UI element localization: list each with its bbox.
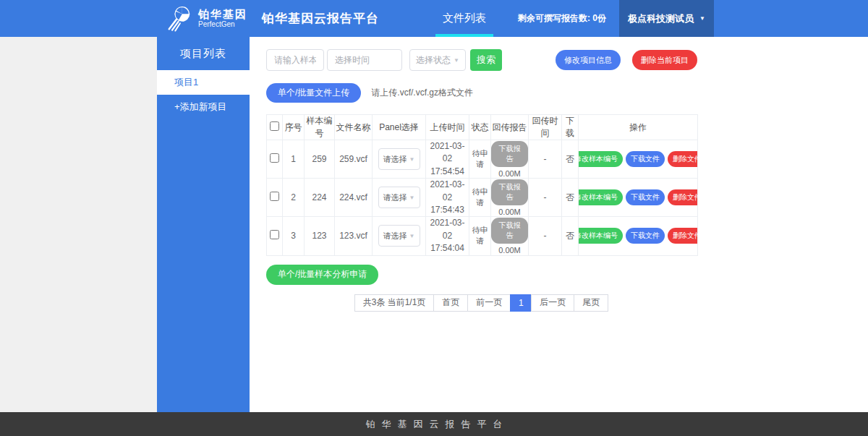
brand-logo: 铂华基因 PerfectGen xyxy=(165,4,247,33)
col-header-seq: 序号 xyxy=(283,115,305,140)
download-report-button[interactable]: 下载报告 xyxy=(491,179,528,205)
row-file-name: 224.vcf xyxy=(335,179,373,217)
row-report-cell: 下载报告 0.00M xyxy=(491,217,529,255)
delete-file-button[interactable]: 删除文件 xyxy=(668,228,698,244)
panel-select[interactable]: 请选择 ▼ xyxy=(378,187,420,208)
row-upload-time: 2021-03-02 17:54:54 xyxy=(426,140,469,179)
delete-file-button[interactable]: 删除文件 xyxy=(668,189,698,205)
delete-project-button[interactable]: 删除当前项目 xyxy=(632,50,697,70)
pagination-summary: 共3条 当前1/1页 xyxy=(354,294,435,312)
content-panel: 选择状态 ▼ 搜索 修改项目信息 删除当前项目 单个/批量文件上传 请上传.vc… xyxy=(250,37,868,412)
user-menu[interactable]: 极点科技测试员 ▼ xyxy=(619,0,714,37)
row-seq: 3 xyxy=(283,217,305,255)
col-header-status: 状态 xyxy=(469,115,491,140)
edit-sample-button[interactable]: 修改样本编号 xyxy=(579,228,624,244)
row-file-name: 123.vcf xyxy=(335,217,373,255)
chevron-down-icon: ▼ xyxy=(699,15,705,22)
footer-title: 铂华基因云报告平台 xyxy=(359,418,509,431)
chevron-down-icon: ▼ xyxy=(454,57,459,64)
delete-file-button[interactable]: 删除文件 xyxy=(668,151,698,167)
table-row: 3 123 123.vcf 请选择 ▼ 2021-03-02 17:54:04 … xyxy=(267,217,698,255)
edit-project-button[interactable]: 修改项目信息 xyxy=(556,50,621,70)
row-checkbox[interactable] xyxy=(270,192,279,201)
row-sample-no: 224 xyxy=(305,179,335,217)
download-file-button[interactable]: 下载文件 xyxy=(626,189,665,205)
download-report-button[interactable]: 下载报告 xyxy=(491,141,528,167)
logo-name-cn: 铂华基因 xyxy=(198,9,247,21)
row-upload-time: 2021-03-02 17:54:04 xyxy=(426,217,469,255)
col-header-report: 回传报告 xyxy=(491,115,529,140)
report-size: 0.00M xyxy=(491,246,528,255)
row-downloaded: 否 xyxy=(562,179,579,217)
remaining-report-count: 剩余可撰写报告数: 0份 xyxy=(518,12,606,25)
upload-format-hint: 请上传.vcf/.vcf.gz格式文件 xyxy=(371,87,473,99)
status-select-value: 选择状态 xyxy=(416,54,451,67)
sidebar-item-add-project[interactable]: +添加新项目 xyxy=(157,95,250,119)
row-status: 待申请 xyxy=(469,217,491,255)
download-file-button[interactable]: 下载文件 xyxy=(626,151,665,167)
left-gutter xyxy=(0,37,157,412)
chevron-down-icon: ▼ xyxy=(409,156,415,163)
report-size: 0.00M xyxy=(491,208,528,216)
col-header-returntime: 回传时间 xyxy=(529,115,562,140)
panel-select[interactable]: 请选择 ▼ xyxy=(378,148,420,170)
page-title: 铂华基因云报告平台 xyxy=(262,10,379,27)
col-header-uploadtime: 上传时间 xyxy=(426,115,469,140)
main-area: 项目列表 项目1 +添加新项目 选择状态 ▼ 搜索 修改项目信息 删除当前项目 xyxy=(0,37,868,412)
row-report-cell: 下载报告 0.00M xyxy=(491,140,529,179)
sidebar-item-project-1[interactable]: 项目1 xyxy=(157,70,250,95)
tab-file-list-label: 文件列表 xyxy=(443,12,486,25)
row-downloaded: 否 xyxy=(562,217,579,255)
chevron-down-icon: ▼ xyxy=(409,233,415,239)
row-checkbox[interactable] xyxy=(270,230,279,239)
pagination-prev[interactable]: 前一页 xyxy=(467,294,511,312)
panel-select[interactable]: 请选择 ▼ xyxy=(378,225,420,247)
col-header-panel: Panel选择 xyxy=(373,115,426,140)
pagination-first[interactable]: 首页 xyxy=(433,294,468,312)
row-checkbox[interactable] xyxy=(270,153,279,163)
row-file-name: 259.vcf xyxy=(335,140,373,179)
sidebar-title: 项目列表 xyxy=(157,37,250,70)
row-return-time: - xyxy=(529,217,562,255)
col-header-actions: 操作 xyxy=(579,115,698,140)
edit-sample-button[interactable]: 修改样本编号 xyxy=(579,189,624,205)
table-row: 2 224 224.vcf 请选择 ▼ 2021-03-02 17:54:43 … xyxy=(267,179,698,217)
upload-row: 单个/批量文件上传 请上传.vcf/.vcf.gz格式文件 xyxy=(266,83,697,103)
status-select[interactable]: 选择状态 ▼ xyxy=(409,49,466,71)
row-sample-no: 259 xyxy=(305,140,335,179)
row-seq: 1 xyxy=(283,140,305,179)
filter-row: 选择状态 ▼ 搜索 修改项目信息 删除当前项目 xyxy=(266,49,697,71)
download-report-button[interactable]: 下载报告 xyxy=(491,218,528,244)
row-upload-time: 2021-03-02 17:54:43 xyxy=(426,179,469,217)
upload-files-button[interactable]: 单个/批量文件上传 xyxy=(266,83,361,103)
user-name: 极点科技测试员 xyxy=(628,12,694,25)
col-header-filename: 文件名称 xyxy=(335,115,373,140)
perfectgen-logo-icon xyxy=(165,4,194,33)
active-tab-underline xyxy=(435,34,493,37)
row-return-time: - xyxy=(529,140,562,179)
edit-sample-button[interactable]: 修改样本编号 xyxy=(579,151,624,167)
row-downloaded: 否 xyxy=(562,140,579,179)
tab-file-list[interactable]: 文件列表 xyxy=(435,0,493,37)
select-all-checkbox[interactable] xyxy=(270,121,279,131)
logo-name-en: PerfectGen xyxy=(198,20,247,28)
app-header: 铂华基因 PerfectGen 铂华基因云报告平台 文件列表 剩余可撰写报告数:… xyxy=(0,0,868,37)
row-return-time: - xyxy=(529,179,562,217)
row-report-cell: 下载报告 0.00M xyxy=(491,179,529,217)
pagination-page-1[interactable]: 1 xyxy=(510,294,532,312)
table-row: 1 259 259.vcf 请选择 ▼ 2021-03-02 17:54:54 … xyxy=(267,140,698,179)
pagination-next[interactable]: 后一页 xyxy=(531,294,574,312)
search-button[interactable]: 搜索 xyxy=(470,49,502,71)
row-status: 待申请 xyxy=(469,140,491,179)
report-size: 0.00M xyxy=(491,169,528,178)
sample-analysis-request-button[interactable]: 单个/批量样本分析申请 xyxy=(266,265,378,285)
download-file-button[interactable]: 下载文件 xyxy=(626,228,665,244)
table-header-row: 序号 样本编号 文件名称 Panel选择 上传时间 状态 回传报告 回传时间 下… xyxy=(267,115,698,140)
app-footer: 铂华基因云报告平台 xyxy=(0,412,868,436)
sample-number-input[interactable] xyxy=(266,49,324,71)
col-header-sample: 样本编号 xyxy=(305,115,335,140)
pagination-last[interactable]: 尾页 xyxy=(574,294,608,312)
time-select-input[interactable] xyxy=(327,49,402,71)
row-status: 待申请 xyxy=(469,179,491,217)
col-header-download: 下载 xyxy=(562,115,579,140)
